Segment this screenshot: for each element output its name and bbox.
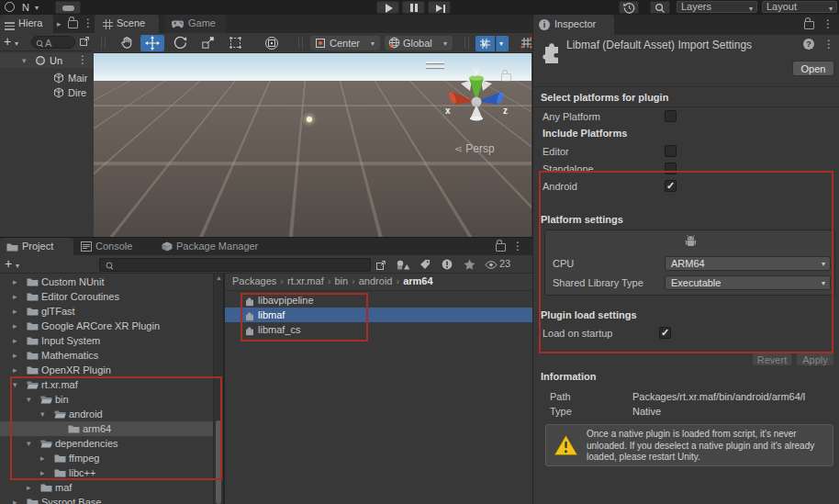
expand-arrow-icon[interactable]: ▸ — [13, 304, 17, 319]
search-everywhere-button[interactable] — [650, 1, 670, 14]
breadcrumb-item[interactable]: Packages — [232, 275, 276, 286]
orientation-dropdown[interactable]: Global ▾ — [385, 36, 453, 50]
pivot-mode-dropdown[interactable]: Center ▾ — [310, 36, 380, 50]
expand-arrow-icon[interactable]: ▸ — [13, 363, 17, 377]
tree-scrollbar[interactable]: ▲ — [213, 274, 223, 504]
project-tree-item[interactable]: ▸ glTFast — [0, 304, 213, 319]
tab-project[interactable]: Project — [0, 238, 73, 255]
any-platform-checkbox[interactable] — [665, 110, 677, 122]
account-icon[interactable] — [5, 2, 15, 12]
account-dropdown[interactable]: N — [22, 2, 29, 13]
play-button[interactable] — [376, 1, 399, 14]
project-tree-item[interactable]: ▸ ffmpeg — [0, 451, 213, 465]
move-tool-button[interactable] — [140, 35, 164, 51]
step-button[interactable] — [428, 1, 451, 14]
scene-menu-icon[interactable]: ⋮ — [77, 55, 88, 64]
breadcrumb-item[interactable]: bin — [334, 275, 348, 286]
expand-arrow-icon[interactable]: ▸ — [40, 465, 45, 480]
hierarchy-menu-icon[interactable]: ⋮ — [83, 18, 94, 28]
project-tree-item[interactable]: ▸ Custom NUnit — [0, 274, 213, 289]
breadcrumb-item[interactable]: android — [359, 275, 393, 286]
scale-tool-button[interactable] — [196, 35, 219, 51]
tab-game[interactable]: Game — [165, 15, 226, 33]
load-on-startup-checkbox[interactable] — [659, 327, 671, 339]
visibility-eye-icon[interactable] — [485, 261, 498, 269]
open-button[interactable]: Open — [792, 61, 834, 76]
expand-arrow-icon[interactable]: ▸ — [13, 495, 17, 504]
project-search-input[interactable] — [99, 258, 371, 272]
breadcrumb[interactable]: Packages›rt.xr.maf›bin›android›arm64 — [232, 275, 433, 286]
help-icon[interactable]: ? — [803, 39, 814, 50]
file-list-item[interactable]: libavpipeline — [225, 293, 532, 308]
grid-snap-dropdown[interactable]: ▾ — [496, 36, 509, 51]
breadcrumb-item[interactable]: rt.xr.maf — [287, 275, 324, 286]
inspector-menu-icon[interactable]: ⋮ — [822, 19, 833, 28]
project-tree-item[interactable]: ▾ android — [0, 407, 213, 421]
rotate-tool-button[interactable] — [168, 35, 192, 51]
header-menu-icon[interactable]: ⋮ — [823, 39, 834, 49]
platform-checkbox[interactable] — [665, 180, 677, 192]
collapse-arrow-icon[interactable]: ▾ — [13, 377, 17, 392]
tab-inspector[interactable]: i Inspector — [533, 15, 614, 35]
expand-arrow-icon[interactable]: ▸ — [13, 289, 17, 304]
hand-tool-button[interactable] — [115, 35, 139, 51]
light-gizmo[interactable] — [307, 117, 312, 122]
hidden-packages-icon[interactable] — [442, 259, 453, 270]
layers-dropdown[interactable]: Layers ▾ — [677, 1, 757, 13]
field-dropdown[interactable]: Executable ▾ — [665, 275, 831, 290]
project-tree-item[interactable]: arm64 — [0, 421, 213, 436]
chevron-down-icon[interactable]: ▾ — [15, 39, 18, 48]
project-menu-icon[interactable]: ⋮ — [512, 241, 523, 251]
grid-snap-toggle[interactable]: Y — [475, 36, 495, 51]
file-list-item[interactable]: libmaf_cs — [225, 322, 532, 337]
open-window-icon[interactable] — [375, 260, 386, 271]
lock-icon[interactable] — [68, 20, 78, 28]
lock-icon[interactable] — [804, 21, 814, 29]
gizmo-center[interactable] — [472, 97, 482, 107]
scene-root-row[interactable]: ▾ Un ⋮ — [0, 53, 94, 68]
lock-icon[interactable] — [496, 243, 506, 252]
collapse-arrow-icon[interactable]: ▾ — [40, 407, 45, 421]
platform-checkbox[interactable] — [665, 145, 677, 157]
search-by-type-icon[interactable] — [397, 260, 410, 270]
create-asset-button[interactable]: + — [5, 256, 12, 271]
camera-overlay-handle[interactable] — [426, 62, 444, 68]
project-tree-item[interactable]: ▸ Mathematics — [0, 348, 213, 363]
collapse-arrow-icon[interactable]: ▾ — [27, 436, 31, 451]
field-dropdown[interactable]: ARM64 ▾ — [665, 256, 831, 271]
toolbar-grip[interactable] — [298, 37, 303, 49]
file-list-item[interactable]: libmaf — [225, 308, 532, 322]
projection-toggle[interactable]: ⋖ Persp — [454, 142, 495, 155]
search-by-label-icon[interactable] — [420, 259, 431, 270]
open-window-icon[interactable] — [79, 36, 90, 47]
transform-tool-button[interactable] — [260, 35, 284, 51]
tab-scene[interactable]: Scene — [95, 15, 159, 33]
breadcrumb-item[interactable]: arm64 — [403, 275, 432, 286]
expand-arrow-icon[interactable]: ▸ — [13, 274, 17, 289]
expand-arrow-icon[interactable]: ▸ — [13, 348, 17, 363]
add-object-button[interactable]: + — [4, 34, 11, 49]
apply-button[interactable]: Apply — [796, 353, 834, 366]
scene-viewport[interactable]: y x z ⋖ Persp — [94, 53, 531, 237]
expand-arrow-icon[interactable]: ▸ — [27, 480, 31, 495]
collapse-arrow-icon[interactable]: ▾ — [22, 53, 27, 68]
scroll-up-icon[interactable]: ▲ — [216, 274, 222, 281]
hierarchy-item[interactable]: Mair — [0, 72, 94, 85]
revert-button[interactable]: Revert — [752, 353, 792, 366]
platform-checkbox[interactable] — [665, 162, 677, 174]
undo-history-button[interactable] — [619, 1, 639, 14]
toolbar-grip[interactable] — [464, 37, 469, 49]
project-tree-item[interactable]: ▸ OpenXR Plugin — [0, 363, 213, 377]
collapse-arrow-icon[interactable]: ▾ — [27, 392, 31, 407]
expand-arrow-icon[interactable]: ▸ — [13, 333, 17, 348]
cloud-button[interactable] — [55, 1, 81, 14]
project-tree-item[interactable]: ▸ Google ARCore XR Plugin — [0, 319, 213, 333]
project-tree-item[interactable]: ▸ libc++ — [0, 465, 213, 480]
tab-scroll-arrow-icon[interactable]: ▸ — [57, 19, 62, 28]
rect-tool-button[interactable] — [223, 35, 247, 51]
project-tree-item[interactable]: ▸ maf — [0, 480, 213, 495]
pause-button[interactable] — [402, 1, 425, 14]
project-tree-item[interactable]: ▸ Input System — [0, 333, 213, 348]
chevron-down-icon[interactable]: ▾ — [16, 262, 19, 270]
hierarchy-item[interactable]: Dire — [0, 86, 94, 100]
